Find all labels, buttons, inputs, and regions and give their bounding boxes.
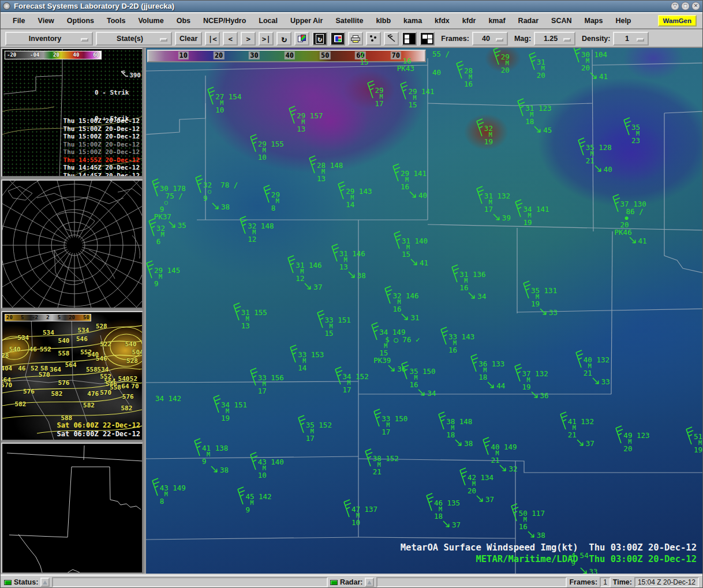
station-plot: 29 157M13 [289,112,323,133]
first-frame-button[interactable]: |< [205,32,220,46]
radar-expand-button[interactable] [365,578,374,587]
states-dropdown[interactable]: State(s) [96,32,172,46]
station-plot: 43 149M8 [152,484,186,505]
window-title: Forecast Systems Laboratory D-2D (jjurec… [14,2,174,10]
station-temp-pressure: 45 142 [245,493,271,500]
station-plot: 31 132M1739 [476,192,511,222]
station-plot: 47 137M10 [343,505,377,526]
height-contour-label: 582 [121,404,132,411]
station-temp-pressure: 29 143 [346,188,372,195]
menu-item-local[interactable]: Local [252,15,284,27]
menu-item-ncep-hydro[interactable]: NCEP/Hydro [197,15,252,27]
station-dewpoint: 16 [459,284,486,291]
maximize-icon[interactable]: □ [681,2,690,10]
station-temp-pressure: 34 151 [221,401,247,409]
menu-item-view[interactable]: View [32,15,61,27]
frames-dropdown[interactable]: 40 [472,32,508,46]
loop-toggle-icon[interactable]: ↻ [312,32,327,46]
title-bar[interactable]: Forecast Systems Laboratory D-2D (jjurec… [1,1,702,12]
station-plot: 35 128M2140 [578,144,612,174]
sidebar-panel-hemisphere-map[interactable] [1,179,143,309]
menu-item-scan[interactable]: SCAN [545,15,578,27]
panel-layout-left-icon[interactable] [402,32,417,46]
height-contour-label: 576 [58,379,70,386]
sample-points-icon[interactable] [366,32,381,46]
menu-item-help[interactable]: Help [609,15,637,27]
station-dewpoint: 17 [382,428,407,436]
station-plot: 38 148M1838 [438,418,473,448]
station-temp-pressure: 33 150 [382,415,407,422]
radar-label: Radar: [340,578,363,586]
colorbar-tick-label: 5 [21,314,24,320]
mag-dropdown[interactable]: 1.25 [534,32,575,46]
menu-item-options[interactable]: Options [61,15,100,27]
station-gust: 32 [491,464,517,473]
station-plot: 28 148M13 [309,162,343,182]
image-combine-icon[interactable] [294,32,309,46]
sidebar-panel-lightning-sat[interactable]: -20-04204060 390 0 - Strik 0 + Strik Thu… [1,48,143,177]
menu-item-upper-air[interactable]: Upper Air [284,15,330,27]
sidebar-panel-model-heights[interactable]: 5285345345345405465225405045404655255855… [1,311,143,441]
content-area: -20-04204060 390 0 - Strik 0 + Strik Thu… [1,48,703,574]
window-icon [3,2,10,10]
station-gust: 38 [203,202,238,211]
height-contour-label: 534 [77,326,89,334]
station-plot: 29 143M14 [338,188,372,208]
menu-item-klbb[interactable]: klbb [369,15,397,27]
menu-item-obs[interactable]: Obs [170,15,197,27]
station-gust: 41 [402,258,428,267]
clear-button[interactable]: Clear [175,32,202,46]
menu-item-kfdx[interactable]: kfdx [428,15,456,27]
print-icon[interactable] [348,32,363,46]
sidebar-panels: -20-04204060 390 0 - Strik 0 + Strik Thu… [1,48,144,574]
station-plot: 29M17 [367,87,384,107]
menu-item-kfdr[interactable]: kfdr [456,15,483,27]
station-temp-pressure: 40 [432,69,441,76]
frame-time-entry: Thu 14:45Z 20-Dec-12 [63,172,140,178]
station-gust: 37 [296,282,322,291]
loop-icon[interactable]: ↻ [276,32,291,46]
station-temp-pressure: 32 148 [248,222,274,230]
station-plot: 29 145M9 [146,267,180,287]
station-dewpoint: 9 [245,506,271,514]
station-temp-pressure: 28 148 [317,162,343,169]
close-icon[interactable]: ✕ [691,2,700,10]
menu-item-maps[interactable]: Maps [578,15,609,27]
inventory-dropdown[interactable]: Inventory [5,32,93,46]
panel-layout-quad-icon[interactable] [420,32,435,46]
menu-item-kmaf[interactable]: kmaf [482,15,511,27]
menu-item-satellite[interactable]: Satellite [329,15,369,27]
last-frame-button[interactable]: >| [259,32,274,46]
height-contour-label: 528 [126,357,138,364]
height-contour-label: 576 [23,388,35,395]
density-dropdown[interactable]: 1 [613,32,649,46]
menu-item-radar[interactable]: Radar [512,15,545,27]
prev-frame-button[interactable]: < [223,32,238,46]
station-plot: 28M16 [456,67,473,88]
main-map-display[interactable]: 10203040506070 27 154M1029 157M1329M1729… [146,48,703,574]
wamgen-button[interactable]: WamGen [658,15,697,27]
station-dewpoint: 20 [581,64,608,72]
menu-item-tools[interactable]: Tools [100,15,132,27]
minimize-icon[interactable]: ▽ [671,2,679,10]
station-plot: 34 151M19 [213,401,247,422]
menu-item-kama[interactable]: kama [397,15,428,27]
sidebar-panel-state-map[interactable] [1,443,143,574]
station-dewpoint: 15 [408,101,434,108]
menu-item-file[interactable]: File [6,15,32,27]
station-plot: 31 123M1845 [517,104,552,134]
station-gust: 36 [522,391,549,400]
station-dewpoint: 16 [409,381,436,388]
status-expand-button[interactable] [40,578,50,587]
menu-item-volume[interactable]: Volume [132,15,170,27]
station-dewpoint: 12 [296,275,322,282]
station-dewpoint: 20 [623,445,649,452]
wind-barb-tool-icon[interactable] [384,32,399,46]
next-frame-button[interactable]: > [241,32,256,46]
station-temp-pressure: 31 132 [484,192,511,200]
station-temp-pressure: 30 178 [160,185,186,192]
image-toggle-icon[interactable] [330,32,345,46]
station-dewpoint: 9 [202,458,229,465]
height-contour-label: 540 [125,340,137,348]
height-contour-label: 576 [122,392,134,400]
